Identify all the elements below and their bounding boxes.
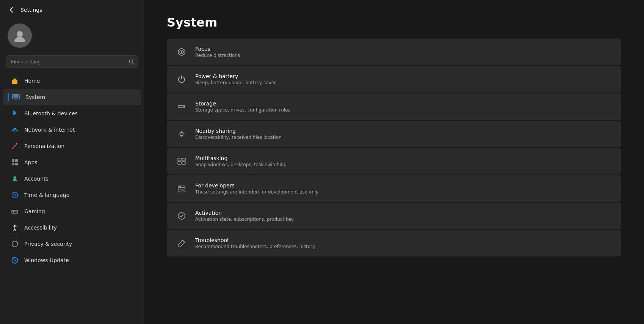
settings-item-title: For developers — [195, 182, 318, 189]
multitasking-setting-icon — [175, 154, 188, 168]
settings-item-desc: Sleep, battery usage, battery saver — [195, 80, 276, 85]
svg-point-16 — [14, 176, 16, 179]
system-icon — [12, 93, 20, 101]
svg-point-34 — [181, 51, 182, 53]
sidebar-item-bluetooth[interactable]: Bluetooth & devices — [3, 105, 141, 121]
settings-item-desc: These settings are intended for developm… — [195, 189, 318, 195]
settings-item-desc: Snap windows, desktops, task switching — [195, 162, 287, 167]
svg-line-50 — [182, 240, 185, 242]
sidebar-item-label: Privacy & security — [24, 241, 72, 247]
settings-item-title: Activation — [195, 210, 294, 216]
settings-item-text: Focus Reduce distractions — [195, 46, 240, 58]
sidebar-title: Settings — [20, 7, 42, 13]
nav-list: Home System Bluetooth & devices Network … — [0, 72, 144, 269]
sidebar-item-label: System — [25, 94, 45, 100]
back-button[interactable] — [6, 5, 17, 14]
svg-rect-13 — [15, 159, 18, 162]
settings-item-text: Power & battery Sleep, battery usage, ba… — [195, 73, 276, 85]
settings-item-multitasking[interactable]: Multitasking Snap windows, desktops, tas… — [167, 148, 621, 175]
settings-item-title: Nearby sharing — [195, 128, 282, 134]
svg-point-45 — [179, 186, 180, 187]
update-icon — [11, 256, 19, 264]
svg-rect-42 — [182, 162, 185, 164]
svg-rect-6 — [14, 95, 18, 98]
sidebar-item-label: Home — [24, 78, 40, 84]
settings-item-text: Multitasking Snap windows, desktops, tas… — [195, 155, 287, 167]
sidebar-item-accessibility[interactable]: Accessibility — [3, 220, 141, 236]
personalization-icon — [11, 142, 19, 150]
settings-item-title: Power & battery — [195, 73, 276, 79]
sidebar-item-label: Windows Update — [24, 257, 69, 263]
svg-point-49 — [178, 212, 185, 219]
storage-setting-icon — [175, 100, 188, 113]
settings-item-text: Storage Storage space, drives, configura… — [195, 101, 290, 113]
settings-item-title: Storage — [195, 101, 290, 107]
sidebar-item-privacy[interactable]: Privacy & security — [3, 236, 141, 252]
settings-item-text: Troubleshoot Recommended troubleshooters… — [195, 237, 315, 249]
network-icon — [11, 126, 19, 134]
settings-item-desc: Activation state, subscriptions, product… — [195, 217, 294, 222]
sidebar-item-update[interactable]: Windows Update — [3, 252, 141, 268]
apps-icon — [11, 158, 19, 167]
settings-item-title: Focus — [195, 46, 240, 52]
settings-item-focus[interactable]: Focus Reduce distractions — [167, 39, 621, 65]
sidebar-item-label: Accessibility — [24, 225, 57, 231]
svg-point-46 — [180, 186, 181, 187]
sidebar-item-apps[interactable]: Apps — [3, 154, 141, 170]
settings-list: Focus Reduce distractions Power & batter… — [167, 39, 621, 256]
svg-rect-12 — [12, 159, 14, 162]
accessibility-icon — [11, 223, 19, 232]
settings-item-nearby[interactable]: Nearby sharing Discoverability, received… — [167, 121, 621, 147]
accounts-icon — [11, 175, 19, 183]
sidebar-item-time[interactable]: Time & language — [3, 187, 141, 203]
sidebar-item-home[interactable]: Home — [3, 73, 141, 89]
activation-setting-icon — [175, 209, 188, 223]
search-input[interactable] — [6, 55, 138, 68]
search-box — [6, 55, 138, 68]
svg-rect-39 — [178, 158, 181, 161]
settings-item-storage[interactable]: Storage Storage space, drives, configura… — [167, 93, 621, 120]
nearby-setting-icon — [175, 127, 188, 141]
settings-item-activation[interactable]: Activation Activation state, subscriptio… — [167, 203, 621, 229]
sidebar-item-accounts[interactable]: Accounts — [3, 171, 141, 187]
developers-setting-icon — [175, 182, 188, 195]
avatar[interactable] — [8, 24, 32, 48]
gaming-icon — [11, 207, 19, 215]
sidebar-item-system[interactable]: System — [3, 89, 141, 105]
bluetooth-icon — [11, 109, 19, 118]
svg-rect-14 — [12, 163, 14, 165]
svg-line-47 — [180, 189, 181, 190]
settings-item-troubleshoot[interactable]: Troubleshoot Recommended troubleshooters… — [167, 230, 621, 256]
active-indicator — [8, 93, 9, 101]
main-content: System Focus Reduce distractions Power &… — [144, 0, 644, 324]
svg-rect-41 — [178, 162, 181, 164]
settings-item-desc: Discoverability, received files location — [195, 135, 282, 140]
svg-point-23 — [16, 211, 16, 212]
svg-rect-40 — [182, 158, 185, 161]
svg-rect-15 — [15, 163, 18, 165]
sidebar-item-label: Time & language — [24, 192, 69, 198]
sidebar-item-label: Gaming — [24, 208, 45, 214]
sidebar-item-personalization[interactable]: Personalization — [3, 138, 141, 154]
settings-item-desc: Storage space, drives, configuration rul… — [195, 107, 290, 113]
svg-rect-3 — [14, 82, 16, 84]
settings-item-power[interactable]: Power & battery Sleep, battery usage, ba… — [167, 66, 621, 93]
settings-item-title: Troubleshoot — [195, 237, 315, 243]
settings-item-desc: Recommended troubleshooters, preferences… — [195, 244, 315, 249]
svg-rect-11 — [16, 143, 18, 145]
sidebar-item-network[interactable]: Network & internet — [3, 122, 141, 138]
page-title: System — [167, 15, 621, 30]
sidebar-item-label: Apps — [24, 159, 38, 165]
svg-line-29 — [15, 229, 16, 231]
sidebar-item-label: Personalization — [24, 143, 64, 149]
svg-point-0 — [17, 31, 23, 37]
focus-setting-icon — [175, 45, 188, 59]
settings-item-title: Multitasking — [195, 155, 287, 161]
settings-item-desc: Reduce distractions — [195, 53, 240, 58]
power-setting-icon — [175, 72, 188, 86]
privacy-icon — [11, 240, 19, 248]
sidebar-item-gaming[interactable]: Gaming — [3, 203, 141, 219]
time-icon — [11, 191, 19, 199]
svg-point-9 — [14, 131, 15, 132]
settings-item-developers[interactable]: For developers These settings are intend… — [167, 175, 621, 202]
